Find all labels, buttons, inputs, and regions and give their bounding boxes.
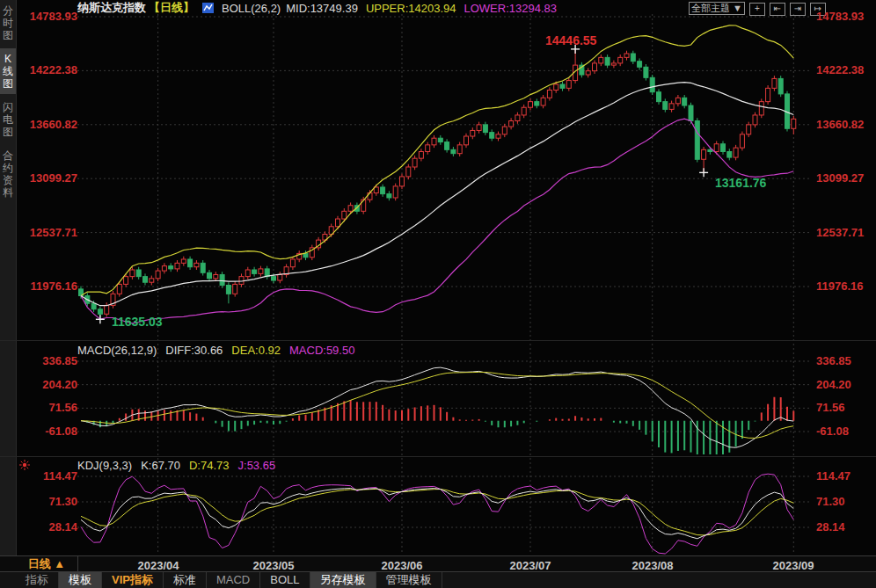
x-axis-label: 2023/09 xyxy=(758,559,829,572)
macd-tick-left: 71.56 xyxy=(14,402,77,414)
macd-name: MACD(26,12,9) xyxy=(77,344,157,356)
macd-dea-value: DEA:0.92 xyxy=(231,344,281,356)
tab-standard[interactable]: 标准 xyxy=(164,572,207,588)
macd-tick-left: 336.85 xyxy=(14,355,77,367)
kdj-tick-right: 114.47 xyxy=(816,470,874,483)
panel-separator xyxy=(0,340,876,341)
price-tick-right: 13660.82 xyxy=(816,119,874,131)
chart-canvas[interactable] xyxy=(0,0,876,588)
macd-tick-right: 336.85 xyxy=(816,355,874,367)
macd-diff-value: DIFF:30.66 xyxy=(165,344,223,356)
tab-indicators[interactable]: 指标 xyxy=(16,572,59,588)
annotation-apr-low: 11635.03 xyxy=(112,315,163,329)
tab-save-template[interactable]: 另存模板 xyxy=(310,572,376,588)
price-tick-right: 14222.38 xyxy=(816,64,874,76)
tab-macd[interactable]: MACD xyxy=(207,572,260,588)
price-tick-right: 12537.71 xyxy=(816,227,874,239)
price-tick-left: 14783.93 xyxy=(14,11,77,23)
panel-marker-icon[interactable] xyxy=(19,458,30,468)
macd-tick-right: 71.56 xyxy=(816,402,874,414)
annotation-high: 14446.55 xyxy=(545,33,596,47)
kdj-j-value: J:53.65 xyxy=(238,459,276,471)
tab-vip-indicators[interactable]: VIP指标 xyxy=(102,572,164,588)
annotation-aug-low: 13161.76 xyxy=(715,176,766,190)
price-tick-right: 14783.93 xyxy=(816,11,874,23)
macd-macd-value: MACD:59.50 xyxy=(289,344,354,356)
period-tag: 【日线】 xyxy=(149,0,194,16)
price-tick-right: 11976.16 xyxy=(816,280,874,293)
boll-upper-value: UPPER:14203.94 xyxy=(366,2,456,15)
boll-lower-value: LOWER:13294.83 xyxy=(464,2,558,15)
kdj-tick-right: 71.30 xyxy=(816,496,874,508)
tab-manage-templates[interactable]: 管理模板 xyxy=(376,572,442,588)
price-tick-right: 13099.27 xyxy=(816,172,874,185)
kdj-header: KDJ(9,3,3) K:67.70 D:74.73 J:53.65 xyxy=(77,459,275,471)
x-axis-label: 2023/04 xyxy=(123,559,193,572)
macd-header: MACD(26,12,9) DIFF:30.66 DEA:0.92 MACD:5… xyxy=(77,344,354,356)
sidebar-tab-timeshare[interactable]: 分时图 xyxy=(0,0,16,46)
tab-boll[interactable]: BOLL xyxy=(260,572,310,588)
period-selector-button[interactable]: 日线 ▲ xyxy=(16,556,78,571)
compress-left-icon[interactable]: ⇤ xyxy=(770,3,785,16)
instrument-title: 纳斯达克指数 xyxy=(77,0,146,16)
kdj-tick-left: 28.14 xyxy=(14,521,77,534)
stock-chart-window: 分时图 K线图 闪电图 合约资料 纳斯达克指数 【日线】 BOLL(26,2) … xyxy=(0,0,876,588)
kdj-k-value: K:67.70 xyxy=(141,459,180,471)
chart-toolbar: + ⇤ ⇥ ↦ xyxy=(749,3,826,16)
x-axis-label: 2023/08 xyxy=(617,559,688,572)
x-axis-label: 2023/06 xyxy=(367,559,437,572)
crosshair-icon[interactable]: + xyxy=(749,3,765,16)
bottom-tab-bar: 指标 模板 VIP指标 标准 MACD BOLL 另存模板 管理模板 xyxy=(0,572,876,588)
chart-header: 纳斯达克指数 【日线】 BOLL(26,2) MID:13749.39 UPPE… xyxy=(77,1,557,15)
macd-tick-left: 204.20 xyxy=(14,379,77,391)
price-tick-left: 14222.38 xyxy=(14,64,77,76)
macd-tick-left: -61.08 xyxy=(14,425,77,438)
x-axis-label: 2023/07 xyxy=(495,559,566,572)
macd-tick-right: 204.20 xyxy=(816,379,874,391)
price-tick-left: 13660.82 xyxy=(14,119,77,131)
theme-dropdown[interactable]: 全部主题 ▼ xyxy=(689,2,745,15)
kdj-tick-right: 28.14 xyxy=(816,521,874,534)
panel-separator xyxy=(0,456,876,457)
mini-chart-icon xyxy=(202,3,214,13)
tab-templates[interactable]: 模板 xyxy=(59,572,102,588)
boll-indicator-label: BOLL(26,2) xyxy=(222,2,281,15)
price-tick-left: 11976.16 xyxy=(14,280,77,293)
kdj-d-value: D:74.73 xyxy=(189,459,230,471)
price-tick-left: 13099.27 xyxy=(14,172,77,185)
kdj-tick-left: 114.47 xyxy=(14,470,77,483)
boll-mid-value: MID:13749.39 xyxy=(286,2,358,15)
price-tick-left: 12537.71 xyxy=(14,227,77,239)
macd-tick-right: -61.08 xyxy=(816,425,874,438)
x-axis-label: 2023/05 xyxy=(238,559,309,572)
kdj-tick-left: 71.30 xyxy=(14,496,77,508)
compress-right-icon[interactable]: ⇥ xyxy=(790,3,806,16)
kdj-name: KDJ(9,3,3) xyxy=(77,459,132,471)
